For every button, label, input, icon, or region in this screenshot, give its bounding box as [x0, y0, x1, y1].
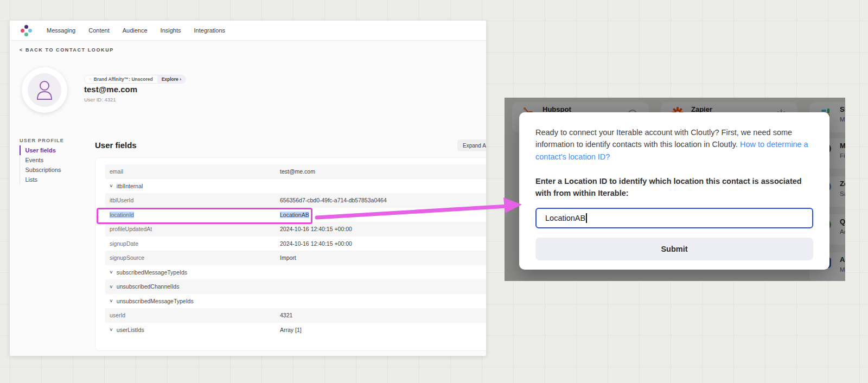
nav-item-content[interactable]: Content [88, 27, 110, 34]
field-value: 4321 [280, 312, 292, 318]
back-to-contact-lookup-link[interactable]: < BACK TO CONTACT LOOKUP [20, 47, 114, 53]
chevron-right-icon: › [180, 76, 181, 82]
profile-user-id: User ID: 4321 [84, 97, 116, 103]
nav-item-insights[interactable]: Insights [161, 27, 181, 34]
submit-button[interactable]: Submit [535, 238, 813, 260]
top-nav: MessagingContentAudienceInsightsIntegrat… [10, 21, 486, 41]
field-label: itblInternal [117, 183, 143, 189]
iterable-app-window: MessagingContentAudienceInsightsIntegrat… [10, 21, 486, 356]
field-row-signupDate: signupDate2024-10-16 12:40:15 +00:00 [105, 237, 486, 251]
field-row-itblInternal[interactable]: ∨itblInternal [105, 179, 486, 194]
canvas: { "app": { "nav": { "items": ["Messaging… [0, 0, 868, 383]
sidebar-item-events[interactable]: Events [20, 155, 61, 165]
nav-item-integrations[interactable]: Integrations [194, 27, 225, 34]
field-value: Import [280, 254, 296, 261]
field-row-email: emailtest@me.com [105, 164, 486, 179]
profile-email: test@me.com [84, 85, 137, 94]
avatar [22, 67, 67, 113]
chevron-down-icon: ∨ [109, 284, 113, 289]
sidebar-list: User fieldsEventsSubscriptionsLists [20, 145, 61, 184]
expand-all-button[interactable]: Expand All [457, 139, 486, 151]
sidebar-item-subscriptions[interactable]: Subscriptions [20, 165, 61, 175]
field-value: test@me.com [280, 168, 315, 175]
field-label: userListIds [117, 327, 144, 333]
back-chevron-icon: < [20, 47, 23, 53]
nav-item-audience[interactable]: Audience [123, 27, 148, 34]
chevron-down-icon: ∨ [109, 270, 113, 275]
field-row-signupSource: signupSourceImport [105, 251, 486, 265]
field-label: profileUpdatedAt [110, 226, 152, 232]
field-row-unsubscribedMessageTypeIds[interactable]: ∨unsubscribedMessageTypeIds [105, 294, 486, 309]
iterable-logo-icon[interactable] [21, 25, 31, 36]
field-label: userId [110, 312, 125, 318]
explore-link[interactable]: Explore › [157, 75, 186, 83]
modal-prompt-text: Enter a Location ID to identify which lo… [535, 176, 813, 200]
field-value: 2024-10-16 12:40:15 +00:00 [280, 240, 352, 247]
text-cursor [586, 213, 587, 223]
brand-affinity-badge: ○ Brand Affinity™: Unscored Explore › [84, 75, 186, 84]
location-id-input[interactable]: LocationAB [535, 208, 813, 228]
field-label: subscribedMessageTypeIds [117, 269, 187, 276]
nav-items: MessagingContentAudienceInsightsIntegrat… [47, 27, 225, 34]
avatar-person-icon [28, 73, 61, 107]
modal-intro-text: Ready to connect your Iterable account w… [535, 126, 813, 163]
field-value: 2024-10-16 12:40:15 +00:00 [280, 226, 352, 232]
user-fields-table: emailtest@me.com∨itblInternalitblUserId6… [95, 157, 486, 351]
field-label: itblUserId [110, 197, 133, 203]
field-row-unsubscribedChannelIds[interactable]: ∨unsubscribedChannelIds [105, 279, 486, 294]
field-label: email [110, 168, 123, 175]
sidebar-title: USER PROFILE [20, 138, 64, 143]
chevron-down-icon: ∨ [109, 298, 113, 303]
field-label: signupSource [110, 254, 144, 261]
chevron-down-icon: ∨ [109, 327, 113, 332]
annotation-arrow [309, 195, 532, 222]
field-label: unsubscribedChannelIds [117, 283, 180, 290]
location-id-highlight-box [97, 208, 312, 224]
sidebar-item-user-fields[interactable]: User fields [20, 145, 61, 155]
nav-item-messaging[interactable]: Messaging [47, 27, 75, 34]
integrations-screenshot-panel: HubspotZapierSlaMeMirFieZohSaQuAcAcMc Re… [505, 98, 845, 281]
page-title: User fields [95, 141, 137, 150]
badge-label: Brand Affinity™: Unscored [94, 76, 153, 82]
score-circle-icon: ○ [89, 77, 92, 81]
field-label: unsubscribedMessageTypeIds [117, 298, 194, 304]
cloutly-connect-modal: Ready to connect your Iterable account w… [519, 112, 829, 270]
sidebar-item-lists[interactable]: Lists [20, 175, 61, 184]
field-value: Array [1] [280, 327, 302, 333]
chevron-down-icon: ∨ [109, 183, 113, 188]
field-row-userId: userId4321 [105, 308, 486, 323]
field-row-userListIds[interactable]: ∨userListIdsArray [1] [105, 323, 486, 337]
field-label: signupDate [110, 240, 138, 247]
field-row-subscribedMessageTypeIds[interactable]: ∨subscribedMessageTypeIds [105, 265, 486, 280]
